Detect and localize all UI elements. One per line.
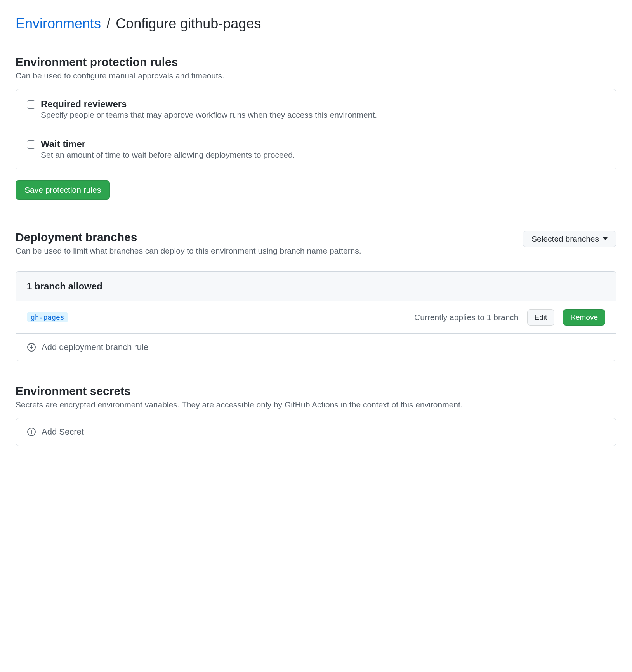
deployment-branches-section: Deployment branches Can be used to limit… — [16, 231, 616, 362]
environment-secrets-box: Add Secret — [16, 418, 616, 446]
remove-branch-button[interactable]: Remove — [563, 309, 605, 326]
branch-row: gh-pages Currently applies to 1 branch E… — [16, 301, 616, 334]
add-secret[interactable]: Add Secret — [16, 418, 616, 446]
add-deployment-branch-label: Add deployment branch rule — [42, 342, 148, 352]
caret-down-icon — [603, 237, 608, 240]
required-reviewers-desc: Specify people or teams that may approve… — [41, 110, 377, 120]
add-secret-label: Add Secret — [42, 427, 84, 437]
required-reviewers-row: Required reviewers Specify people or tea… — [16, 89, 616, 129]
deployment-branches-selector[interactable]: Selected branches — [523, 231, 616, 247]
environment-secrets-section: Environment secrets Secrets are encrypte… — [16, 385, 616, 446]
required-reviewers-checkbox[interactable] — [27, 100, 35, 109]
protection-rules-title: Environment protection rules — [16, 56, 616, 69]
breadcrumb-current: Configure github-pages — [116, 16, 261, 31]
protection-rules-box: Required reviewers Specify people or tea… — [16, 89, 616, 169]
branches-allowed-header: 1 branch allowed — [16, 272, 616, 301]
deployment-branches-selector-label: Selected branches — [531, 234, 599, 244]
environment-secrets-title: Environment secrets — [16, 385, 616, 398]
plus-circle-icon — [27, 427, 36, 437]
required-reviewers-label: Required reviewers — [41, 99, 377, 110]
edit-branch-button[interactable]: Edit — [527, 309, 555, 326]
wait-timer-checkbox[interactable] — [27, 140, 35, 149]
plus-circle-icon — [27, 343, 36, 352]
wait-timer-label: Wait timer — [41, 139, 295, 150]
branches-allowed-count: 1 branch allowed — [27, 281, 102, 292]
protection-rules-section: Environment protection rules Can be used… — [16, 56, 616, 200]
wait-timer-row: Wait timer Set an amount of time to wait… — [16, 129, 616, 169]
protection-rules-desc: Can be used to configure manual approval… — [16, 71, 616, 80]
footer-divider — [16, 458, 616, 458]
deployment-branches-desc: Can be used to limit what branches can d… — [16, 246, 507, 256]
branch-name-badge: gh-pages — [27, 312, 68, 322]
wait-timer-desc: Set an amount of time to wait before all… — [41, 150, 295, 160]
add-deployment-branch-rule[interactable]: Add deployment branch rule — [16, 334, 616, 361]
deployment-branches-box: 1 branch allowed gh-pages Currently appl… — [16, 271, 616, 362]
deployment-branches-title: Deployment branches — [16, 231, 507, 244]
breadcrumb: Environments / Configure github-pages — [16, 16, 616, 37]
save-protection-rules-button[interactable]: Save protection rules — [16, 180, 110, 200]
branch-applies-text: Currently applies to 1 branch — [414, 313, 518, 322]
breadcrumb-separator: / — [105, 16, 112, 31]
breadcrumb-environments-link[interactable]: Environments — [16, 16, 101, 31]
environment-secrets-desc: Secrets are encrypted environment variab… — [16, 400, 616, 409]
